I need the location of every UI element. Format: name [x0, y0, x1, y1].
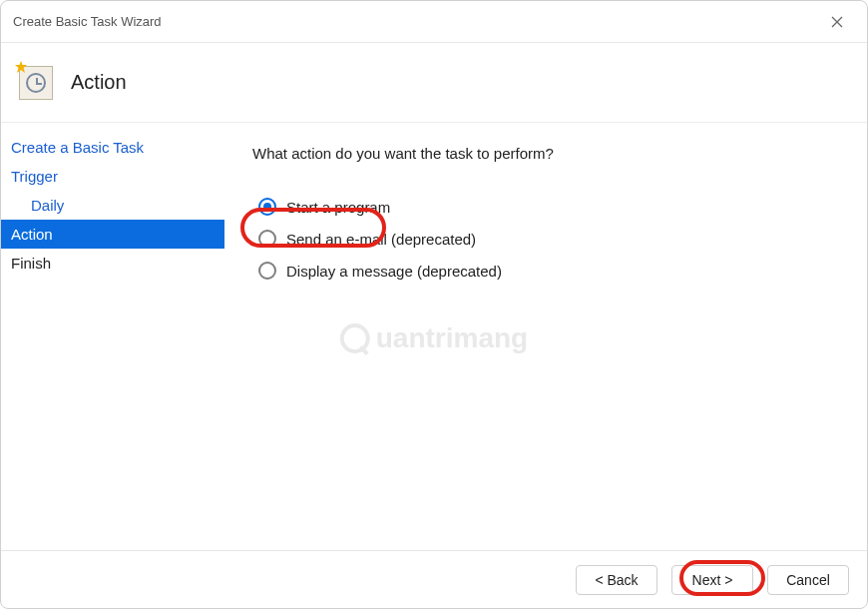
window-title: Create Basic Task Wizard: [13, 14, 819, 29]
option-start-program[interactable]: Start a program: [258, 198, 839, 216]
option-label: Send an e-mail (deprecated): [286, 231, 476, 248]
close-icon: [831, 16, 843, 28]
page-title: Action: [71, 71, 127, 94]
step-label: Trigger: [11, 168, 58, 185]
option-label: Start a program: [286, 199, 390, 216]
button-label: Next >: [692, 572, 733, 588]
step-label: Finish: [11, 255, 51, 272]
back-button[interactable]: < Back: [576, 565, 657, 595]
step-create-basic-task[interactable]: Create a Basic Task: [1, 133, 224, 162]
step-daily[interactable]: Daily: [1, 191, 224, 220]
wizard-footer: < Back Next > Cancel: [1, 550, 867, 608]
button-label: < Back: [595, 572, 638, 588]
wizard-body: Create a Basic Task Trigger Daily Action…: [1, 123, 867, 550]
step-label: Action: [11, 226, 53, 243]
wizard-window: Create Basic Task Wizard Action Create a…: [0, 0, 868, 609]
step-action[interactable]: Action: [1, 220, 224, 249]
option-display-message[interactable]: Display a message (deprecated): [258, 262, 839, 280]
step-label: Daily: [31, 197, 64, 214]
close-button[interactable]: [819, 8, 855, 36]
titlebar: Create Basic Task Wizard: [1, 1, 867, 43]
wizard-content: What action do you want the task to perf…: [224, 123, 867, 550]
wizard-steps-sidebar: Create a Basic Task Trigger Daily Action…: [1, 123, 224, 550]
button-label: Cancel: [786, 572, 830, 588]
action-prompt: What action do you want the task to perf…: [252, 145, 839, 162]
option-label: Display a message (deprecated): [286, 263, 502, 280]
page-header: Action: [1, 43, 867, 123]
clock-icon: [26, 73, 46, 93]
cancel-button[interactable]: Cancel: [767, 565, 849, 595]
step-finish: Finish: [1, 249, 224, 278]
step-trigger[interactable]: Trigger: [1, 162, 224, 191]
radio-icon: [258, 230, 276, 248]
action-options: Start a program Send an e-mail (deprecat…: [252, 198, 839, 280]
radio-icon: [258, 198, 276, 216]
svg-marker-0: [15, 61, 27, 73]
step-label: Create a Basic Task: [11, 139, 144, 156]
new-star-icon: [14, 61, 28, 75]
wizard-icon: [19, 66, 53, 100]
radio-icon: [258, 262, 276, 280]
next-button[interactable]: Next >: [671, 565, 753, 595]
option-send-email[interactable]: Send an e-mail (deprecated): [258, 230, 839, 248]
